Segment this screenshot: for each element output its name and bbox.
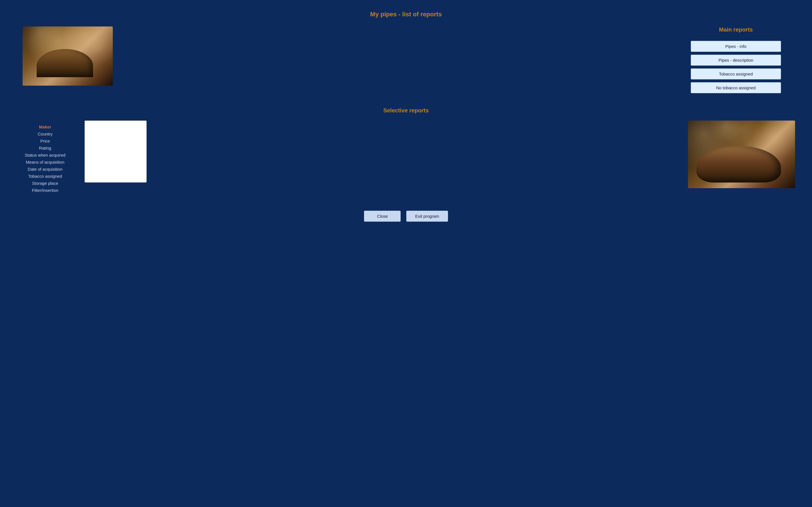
no-tobacco-assigned-button[interactable]: No tobacco assigned	[691, 82, 781, 93]
pipe-image-right	[688, 121, 795, 188]
selective-preview-box	[85, 121, 147, 182]
bottom-buttons-area: Close Exit program	[0, 211, 812, 222]
rating-item[interactable]: Rating	[39, 145, 51, 152]
pipes-info-button[interactable]: Pipes - info	[691, 41, 781, 52]
pipes-description-button[interactable]: Pipes - description	[691, 55, 781, 66]
close-button[interactable]: Close	[364, 211, 401, 222]
price-item[interactable]: Price	[40, 137, 50, 145]
storage-place-item[interactable]: Storage place	[32, 180, 58, 187]
selective-reports-title: Selective reports	[17, 107, 795, 114]
tobacco-assigned-selective-item[interactable]: Tobacco assigned	[28, 173, 62, 180]
selective-list: Maker Country Price Rating Status when a…	[17, 121, 73, 194]
tobacco-assigned-button[interactable]: Tobacco assigned	[691, 68, 781, 79]
main-reports-panel: Main reports Pipes - info Pipes - descri…	[682, 26, 790, 96]
date-of-acquisition-item[interactable]: Date of acquisition	[28, 166, 62, 173]
exit-program-button[interactable]: Exit program	[406, 211, 448, 222]
status-when-acquired-item[interactable]: Status when acquired	[25, 152, 65, 159]
main-reports-title: Main reports	[719, 26, 753, 33]
selective-reports-section: Selective reports Maker Country Price Ra…	[0, 107, 812, 194]
means-of-acquisition-item[interactable]: Means of acquisition	[26, 159, 64, 166]
country-item[interactable]: Country	[38, 130, 53, 137]
page-title: My pipes - list of reports	[0, 6, 812, 26]
filter-insertion-item[interactable]: Filter/insertion	[32, 187, 58, 194]
maker-item[interactable]: Maker	[39, 123, 51, 130]
pipe-image-left	[22, 26, 113, 86]
